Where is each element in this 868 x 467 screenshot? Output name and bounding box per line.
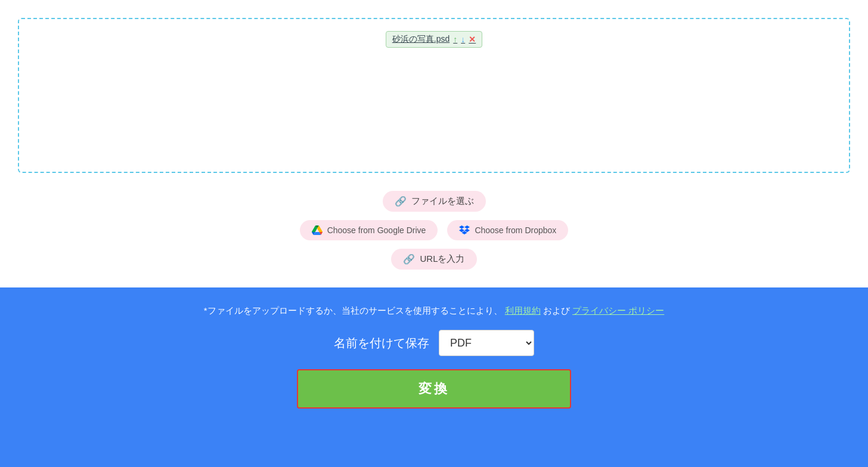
privacy-link[interactable]: プライバシー ポリシー [572,305,664,316]
url-label: URLを入力 [420,253,464,265]
convert-label: 変換 [418,381,450,396]
close-icon[interactable]: ✕ [469,35,476,44]
url-input-button[interactable]: 🔗 URLを入力 [391,249,476,270]
page-wrapper: 砂浜の写真.psd ↑ ↓ ✕ 🔗 ファイルを選ぶ [0,0,868,426]
dropbox-label: Choose from Dropbox [475,225,556,235]
terms-middle: および [543,305,572,316]
convert-button[interactable]: 変換 [297,369,571,409]
google-drive-icon [312,225,323,236]
format-select[interactable]: PDF PNG JPG DOCX [439,330,534,356]
choose-file-button[interactable]: 🔗 ファイルを選ぶ [383,191,486,212]
link2-icon: 🔗 [403,253,415,265]
google-drive-label: Choose from Google Drive [327,225,426,235]
bottom-section: *ファイルをアップロードするか、当社のサービスを使用することにより、 利用規約 … [0,287,868,426]
cloud-buttons-row: Choose from Google Drive Choose from Dro… [300,220,569,240]
top-section: 砂浜の写真.psd ↑ ↓ ✕ [0,0,868,191]
arrow-up-icon[interactable]: ↑ [453,35,457,44]
google-drive-button[interactable]: Choose from Google Drive [300,220,438,240]
terms-text: *ファイルをアップロードするか、当社のサービスを使用することにより、 利用規約 … [204,305,665,317]
save-label: 名前を付けて保存 [334,335,429,351]
file-chip[interactable]: 砂浜の写真.psd ↑ ↓ ✕ [386,31,482,48]
save-row: 名前を付けて保存 PDF PNG JPG DOCX [334,330,534,356]
drop-zone[interactable]: 砂浜の写真.psd ↑ ↓ ✕ [18,18,850,173]
dropbox-icon [459,225,470,236]
file-chip-name: 砂浜の写真.psd [392,34,450,45]
dropbox-button[interactable]: Choose from Dropbox [447,220,568,240]
link-icon: 🔗 [395,196,407,207]
terms-link[interactable]: 利用規約 [505,305,541,316]
choose-file-label: ファイルを選ぶ [411,196,474,207]
controls-section: 🔗 ファイルを選ぶ Choose from Google Drive [0,191,868,287]
terms-prefix: *ファイルをアップロードするか、当社のサービスを使用することにより、 [204,305,503,316]
arrow-down-icon[interactable]: ↓ [461,35,465,44]
